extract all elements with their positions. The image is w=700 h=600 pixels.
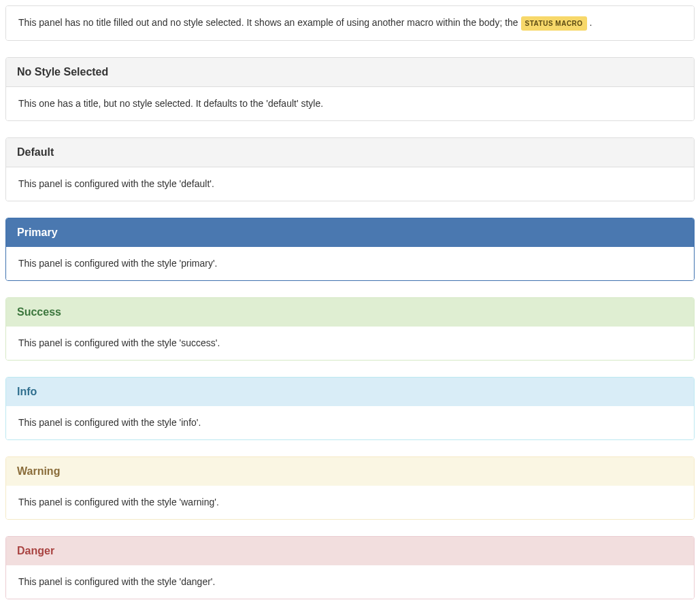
panel-body-text-before: This panel has no title filled out and n… <box>18 17 521 28</box>
panel-title: Danger <box>6 537 694 565</box>
panel-title: Primary <box>6 218 694 247</box>
panel-title: No Style Selected <box>6 58 694 87</box>
panel-primary: Primary This panel is configured with th… <box>5 218 695 281</box>
panel-body-text-after: . <box>590 17 593 28</box>
panel-no-title: This panel has no title filled out and n… <box>5 5 695 41</box>
panel-title: Default <box>6 138 694 167</box>
panel-body: This panel has no title filled out and n… <box>6 6 694 40</box>
panel-body: This panel is configured with the style … <box>6 327 694 360</box>
panel-success: Success This panel is configured with th… <box>5 297 695 361</box>
panel-title: Warning <box>6 457 694 486</box>
panel-body: This panel is configured with the style … <box>6 406 694 439</box>
panel-info: Info This panel is configured with the s… <box>5 377 695 440</box>
panel-body: This panel is configured with the style … <box>6 247 694 280</box>
panel-body: This panel is configured with the style … <box>6 167 694 201</box>
status-macro-badge: STATUS MACRO <box>521 16 587 31</box>
panel-warning: Warning This panel is configured with th… <box>5 456 695 520</box>
panel-body: This panel is configured with the style … <box>6 565 694 599</box>
panel-danger: Danger This panel is configured with the… <box>5 536 695 599</box>
panel-default: Default This panel is configured with th… <box>5 137 695 201</box>
panel-body: This panel is configured with the style … <box>6 486 694 519</box>
panel-title: Success <box>6 298 694 327</box>
panel-title: Info <box>6 378 694 406</box>
panel-body: This one has a title, but no style selec… <box>6 87 694 120</box>
panel-no-style-selected: No Style Selected This one has a title, … <box>5 57 695 121</box>
